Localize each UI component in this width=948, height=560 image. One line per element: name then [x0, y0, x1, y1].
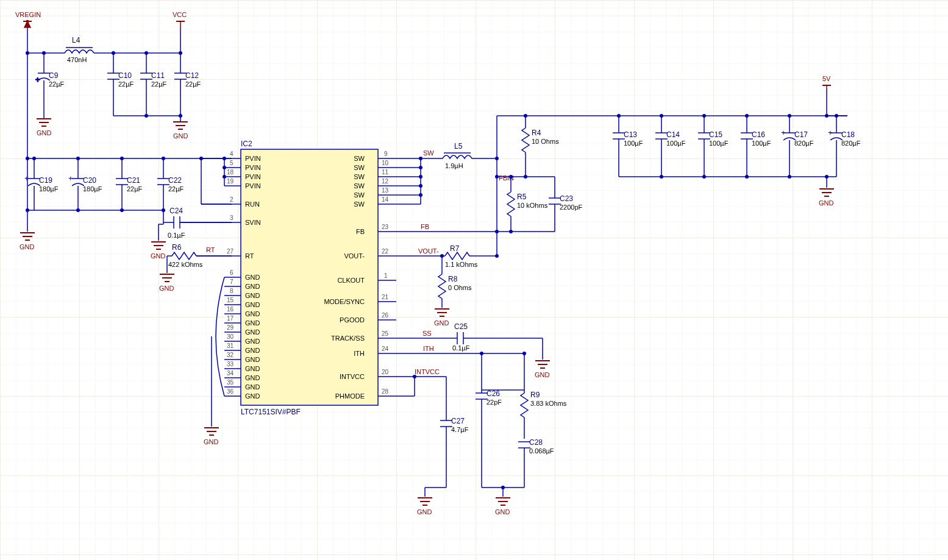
svg-text:30: 30 [227, 333, 234, 340]
svg-point-342 [788, 175, 791, 179]
svg-text:GND: GND [245, 374, 260, 381]
svg-text:820µF: 820µF [794, 140, 814, 147]
svg-text:GND: GND [245, 365, 260, 372]
svg-text:GND: GND [434, 319, 449, 327]
svg-text:SVIN: SVIN [245, 219, 261, 226]
svg-text:180µF: 180µF [39, 185, 59, 193]
svg-point-356 [480, 352, 483, 355]
svg-text:22µF: 22µF [127, 185, 143, 193]
svg-text:32: 32 [227, 352, 234, 358]
svg-point-91 [26, 208, 29, 212]
svg-point-208 [419, 166, 422, 169]
svg-text:C13: C13 [624, 130, 637, 139]
svg-text:R7: R7 [450, 244, 460, 253]
svg-text:GND: GND [245, 310, 260, 317]
svg-text:CLKOUT: CLKOUT [337, 277, 365, 284]
svg-point-377 [501, 486, 505, 489]
svg-text:GND: GND [245, 319, 260, 327]
svg-point-257 [495, 157, 499, 160]
svg-text:10 Ohms: 10 Ohms [532, 138, 559, 145]
svg-text:1.1 kOhms: 1.1 kOhms [445, 261, 478, 268]
svg-text:ITH: ITH [354, 350, 365, 357]
svg-text:C25: C25 [454, 322, 468, 331]
svg-point-339 [660, 175, 663, 179]
svg-point-128 [223, 166, 226, 169]
svg-text:GND: GND [417, 508, 432, 516]
svg-text:FB: FB [356, 228, 365, 235]
svg-text:9: 9 [384, 151, 388, 157]
svg-text:C27: C27 [451, 417, 465, 425]
svg-text:L5: L5 [454, 142, 463, 151]
svg-point-96 [162, 208, 165, 212]
svg-text:3: 3 [230, 214, 233, 221]
ic-ref: IC2 [241, 140, 252, 148]
svg-text:19: 19 [227, 178, 234, 185]
svg-text:22µF: 22µF [118, 80, 134, 88]
svg-text:100µF: 100µF [624, 140, 643, 147]
svg-text:R4: R4 [532, 129, 541, 137]
svg-text:C12: C12 [185, 71, 199, 80]
svg-text:34: 34 [227, 370, 234, 377]
svg-text:0.1µF: 0.1µF [452, 344, 470, 352]
svg-point-209 [419, 175, 422, 179]
svg-text:PGOOD: PGOOD [340, 316, 365, 324]
svg-text:INTVCC: INTVCC [415, 368, 440, 375]
svg-point-87 [120, 208, 124, 212]
svg-text:21: 21 [382, 294, 389, 300]
svg-text:FB: FB [421, 223, 429, 230]
svg-text:14: 14 [382, 196, 389, 203]
svg-text:SW: SW [354, 164, 365, 171]
svg-text:24: 24 [382, 346, 389, 352]
svg-text:GND: GND [245, 301, 260, 308]
svg-text:GND: GND [535, 371, 550, 378]
svg-point-382 [413, 375, 416, 378]
svg-text:470nH: 470nH [67, 56, 87, 63]
svg-text:27: 27 [227, 248, 234, 255]
svg-text:1.9µH: 1.9µH [445, 162, 463, 169]
svg-text:ITH: ITH [423, 345, 434, 352]
svg-text:22µF: 22µF [185, 80, 201, 88]
svg-text:31: 31 [227, 342, 234, 349]
svg-text:8: 8 [230, 288, 233, 294]
svg-text:PVIN: PVIN [245, 182, 261, 190]
svg-text:+: + [68, 174, 73, 183]
svg-text:35: 35 [227, 379, 234, 386]
svg-text:C17: C17 [794, 130, 808, 139]
svg-point-341 [745, 175, 749, 179]
svg-text:33: 33 [227, 361, 234, 367]
svg-text:C20: C20 [83, 176, 96, 185]
svg-text:0.1µF: 0.1µF [168, 232, 185, 239]
svg-text:4: 4 [230, 151, 233, 157]
svg-text:C19: C19 [39, 176, 52, 185]
svg-text:22µF: 22µF [151, 80, 167, 88]
svg-text:3.83 kOhms: 3.83 kOhms [530, 400, 567, 407]
svg-point-286 [509, 230, 513, 233]
svg-text:29: 29 [227, 324, 234, 331]
svg-text:422 kOhms: 422 kOhms [168, 261, 203, 268]
svg-text:SW: SW [354, 200, 365, 208]
svg-point-273 [495, 175, 499, 179]
svg-text:820µF: 820µF [841, 140, 861, 147]
svg-text:GND: GND [245, 356, 260, 363]
svg-text:25: 25 [382, 330, 389, 337]
svg-text:GND: GND [245, 283, 260, 290]
svg-text:SW: SW [354, 155, 365, 162]
svg-text:RT: RT [206, 246, 215, 253]
svg-text:36: 36 [227, 388, 234, 395]
svg-text:R6: R6 [172, 243, 182, 252]
svg-text:6: 6 [230, 269, 233, 276]
svg-text:R8: R8 [448, 275, 458, 283]
svg-text:13: 13 [382, 187, 389, 194]
svg-text:28: 28 [382, 388, 389, 395]
svg-text:GND: GND [245, 292, 260, 299]
svg-text:RUN: RUN [245, 200, 260, 208]
svg-text:17: 17 [227, 315, 234, 322]
svg-text:11: 11 [382, 169, 389, 175]
svg-text:1: 1 [384, 272, 388, 279]
svg-text:C10: C10 [118, 71, 132, 80]
svg-point-51 [144, 114, 148, 118]
svg-text:2: 2 [230, 196, 233, 203]
svg-point-129 [223, 175, 226, 179]
svg-text:C26: C26 [486, 389, 500, 398]
vregin-label: VREGIN [15, 11, 41, 18]
